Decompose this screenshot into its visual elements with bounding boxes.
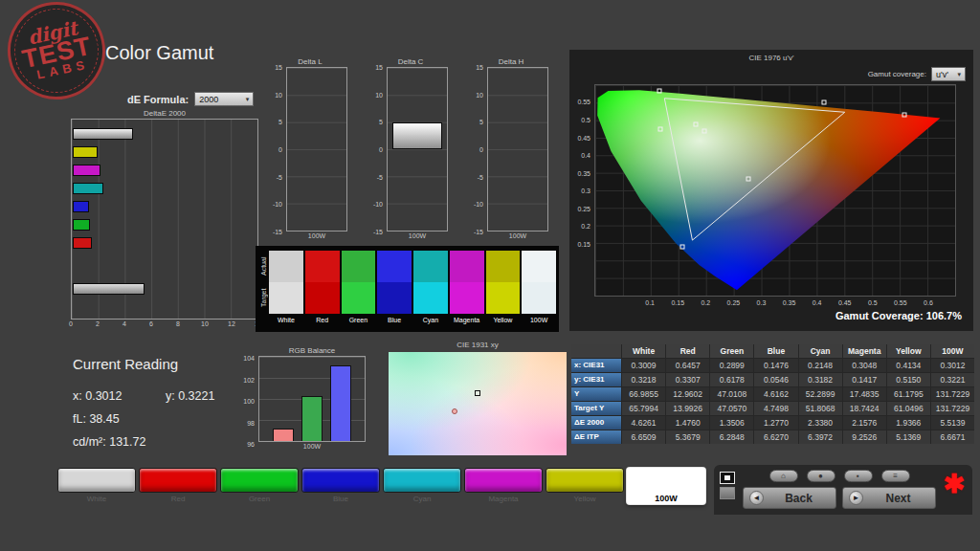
gamut-coverage-dropdown-label: Gamut coverage: [868,70,926,78]
table-cell: 0.4134 [887,359,930,372]
table-cell: 0.3221 [931,373,974,386]
delta-l-chart: Delta L 151050-5-10-15 100W [271,57,349,240]
compare-column-label: Blue [377,314,412,325]
page-title: Color Gamut [105,42,213,64]
back-button[interactable]: ◄ Back [743,487,836,509]
delta-h-x-label: 100W [487,231,548,240]
cie1931-chart: CIE 1931 xy [389,341,567,455]
y-axis-tick: 5 [278,119,282,125]
table-cell: 0.1476 [754,359,797,372]
patch-button-blue[interactable]: Blue [301,468,380,505]
delta-c-y-axis: 151050-5-10-15 [371,67,385,231]
x-axis-tick: 0.2 [701,299,710,306]
y-axis-tick: 0.15 [577,240,590,247]
gamut-point-marker [679,245,684,250]
gamut-point-marker [694,122,699,127]
patch-button-red[interactable]: Red [139,468,217,505]
table-cell: 0.3218 [622,373,665,386]
rgb-balance-title: RGB Balance [258,346,366,356]
next-button[interactable]: ► Next [842,487,936,509]
patch-color [627,468,705,492]
table-cell: 47.0108 [710,387,753,401]
table-row-label: Y [571,387,621,401]
display-toggle-button[interactable] [720,472,735,484]
patch-button-white[interactable]: White [57,468,136,505]
y-axis-tick: 10 [275,91,282,98]
y-axis-tick: 0.5 [581,116,590,122]
patch-color [57,468,136,493]
compare-column-100w: 100W [522,251,556,329]
compare-column-cyan: Cyan [413,251,448,329]
patch-button-yellow[interactable]: Yellow [546,468,624,505]
table-col-header-100w: 100W [931,344,974,358]
table-cell: 12.9602 [666,387,709,401]
patch-button-magenta[interactable]: Magenta [464,468,543,505]
delta-h-title: Delta H [472,57,550,67]
patch-button-green[interactable]: Green [220,468,299,505]
circle-marker [452,408,457,414]
table-cell: 4.6261 [622,416,665,430]
actual-swatch [342,251,376,282]
x-axis-tick: 6 [149,320,153,327]
deltae-bar-blue [73,201,89,212]
nav-button-row: ◄ Back ► Next [743,487,936,509]
next-arrow-icon: ► [849,491,863,505]
y-axis-tick: 15 [476,64,483,71]
navigation-controls: ⌂●▪≡ ◄ Back ► Next [743,470,936,510]
notes-button[interactable]: ▪ [844,470,873,482]
table-cell: 0.6457 [666,359,709,372]
gamut-point-marker [902,113,906,118]
x-axis-tick: 0.4 [813,299,822,306]
table-cell: 61.0496 [887,402,930,415]
cie1976-title: CIE 1976 u'v' [569,54,973,63]
table-cell: 17.4835 [843,387,886,401]
y-axis-tick: 0.3 [581,187,590,194]
x-axis-tick: 0.1 [645,299,655,306]
table-cell: 1.4760 [666,416,709,430]
y-axis-tick: -10 [474,201,483,208]
measurement-table: WhiteRedGreenBlueCyanMagentaYellow100Wx:… [571,344,974,444]
y-axis-tick: -5 [377,173,383,180]
patch-label: 100W [627,492,705,504]
x-axis-tick: 0.5 [868,299,878,306]
table-cell: 0.3009 [622,359,665,372]
patch-label: Magenta [464,493,543,505]
compare-column-label: Yellow [486,314,521,325]
table-col-header-red: Red [666,344,709,358]
patch-button-cyan[interactable]: Cyan [383,468,461,505]
home-button[interactable]: ⌂ [769,470,798,482]
cie1976-plot [594,84,956,297]
delta-l-x-label: 100W [286,231,347,240]
deltae-bar-row-green [73,219,256,231]
patch-color [383,468,461,493]
settings-button[interactable]: ≡ [881,470,910,482]
y-axis-tick: 98 [247,419,255,426]
cd-value: 131.72 [109,435,145,449]
rgb-bar-green [301,396,323,441]
table-col-header-white: White [622,344,665,358]
y-axis-tick: 5 [479,119,483,125]
gamut-point-marker [746,176,751,181]
secondary-toggle-button[interactable] [720,487,735,499]
compare-column-green: Green [342,251,376,329]
actual-swatch [269,251,303,282]
y-axis-tick: 102 [243,376,255,383]
y-axis-tick: 10 [375,91,383,98]
patch-button-100w[interactable]: 100W [627,468,705,504]
current-reading-panel: Current Reading x: 0.3012 y: 0.3221 fL: … [73,356,214,458]
gamut-triangle [664,99,844,240]
table-cell: 131.7229 [931,387,974,401]
gamut-coverage-dropdown[interactable]: u'v' ▾ [931,67,966,81]
patch-color [301,468,380,493]
cie1976-panel: CIE 1976 u'v' Gamut coverage: u'v' ▾ 0.1… [569,50,973,331]
table-col-header-cyan: Cyan [799,344,842,358]
table-cell: 6.6509 [622,430,665,444]
table-row-label: y: CIE31 [571,373,621,386]
compare-column-red: Red [305,251,340,329]
deltae-bar-row-magenta [73,165,256,176]
patch-label: Blue [301,493,380,505]
capture-button[interactable]: ● [807,470,835,482]
de-formula-dropdown[interactable]: 2000 ▾ [194,92,254,106]
table-cell: 13.9926 [666,402,709,415]
logo-text-digit: digit [27,20,79,47]
